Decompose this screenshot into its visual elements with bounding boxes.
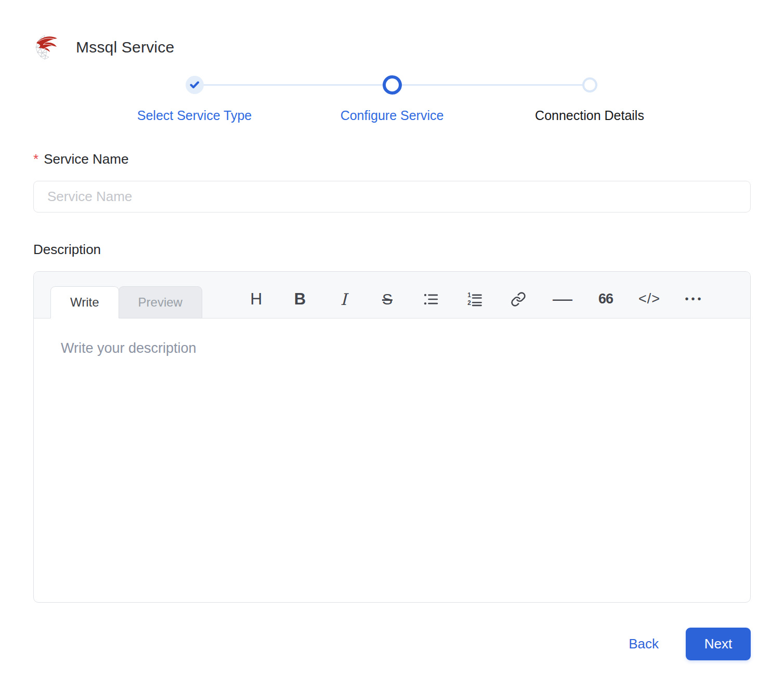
required-asterisk: * <box>33 151 38 167</box>
back-button[interactable]: Back <box>626 631 661 657</box>
code-icon[interactable]: </> <box>628 285 671 314</box>
mssql-server-logo-icon <box>33 33 58 61</box>
service-name-input[interactable] <box>33 181 751 212</box>
svg-text:2: 2 <box>467 299 471 307</box>
more-icon[interactable]: ••• <box>671 285 715 314</box>
link-icon[interactable] <box>496 285 540 314</box>
markdown-editor: Write Preview H B I S 12 — 66 </> <box>33 271 751 603</box>
heading-icon[interactable]: H <box>234 285 278 314</box>
description-label: Description <box>33 242 751 258</box>
ring-icon <box>383 75 402 95</box>
wizard-footer: Back Next <box>33 628 751 660</box>
editor-toolbar: H B I S 12 — 66 </> ••• <box>234 285 715 314</box>
ordered-list-icon[interactable]: 12 <box>453 285 496 314</box>
check-icon <box>186 76 204 94</box>
svg-text:1: 1 <box>467 291 471 299</box>
italic-icon[interactable]: I <box>322 285 365 314</box>
page-title: Mssql Service <box>76 38 174 56</box>
step-select-service-type[interactable]: Select Service Type <box>96 75 293 123</box>
step-configure-service[interactable]: Configure Service <box>293 75 491 123</box>
configure-service-page: Mssql Service Select Service Type Config… <box>0 0 784 691</box>
quote-icon[interactable]: 66 <box>584 285 628 314</box>
strikethrough-icon[interactable]: S <box>365 285 409 314</box>
next-button[interactable]: Next <box>686 628 751 660</box>
ring-icon <box>582 77 597 92</box>
tab-preview[interactable]: Preview <box>119 286 202 318</box>
editor-body <box>34 318 750 602</box>
editor-header: Write Preview H B I S 12 — 66 </> <box>34 272 750 318</box>
step-label: Connection Details <box>535 108 644 123</box>
bold-icon[interactable]: B <box>278 285 322 314</box>
service-name-label: * Service Name <box>33 151 751 167</box>
step-label: Configure Service <box>341 108 444 123</box>
tab-write[interactable]: Write <box>50 286 119 318</box>
description-textarea[interactable] <box>34 318 750 602</box>
step-label: Select Service Type <box>137 108 252 123</box>
horizontal-rule-icon[interactable]: — <box>540 285 584 314</box>
unordered-list-icon[interactable] <box>409 285 453 314</box>
editor-tabs: Write Preview <box>50 286 202 318</box>
wizard-stepper: Select Service Type Configure Service Co… <box>96 75 688 123</box>
step-connection-details[interactable]: Connection Details <box>491 75 688 123</box>
page-header: Mssql Service <box>33 33 751 61</box>
